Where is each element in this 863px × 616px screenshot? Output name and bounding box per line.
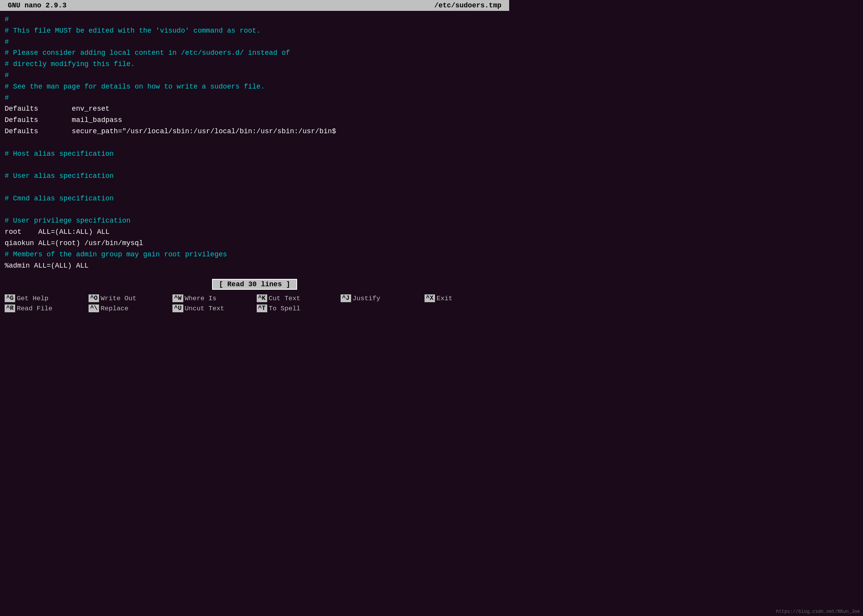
shortcut-key: ^\ <box>89 305 99 312</box>
editor-line: # Please consider adding local content i… <box>5 47 505 59</box>
shortcut-label: Get Help <box>17 295 49 302</box>
editor-line: # directly modifying this file. <box>5 59 505 70</box>
shortcut-item[interactable]: ^RRead File <box>3 304 86 313</box>
editor-line: # <box>5 14 505 25</box>
editor-line: # See the man page for details on how to… <box>5 81 505 92</box>
shortcut-key: ^X <box>425 294 435 302</box>
app-name: GNU nano 2.9.3 <box>8 2 66 9</box>
editor-line: qiaokun ALL=(root) /usr/bin/mysql <box>5 238 505 249</box>
editor-area[interactable]: ## This file MUST be edited with the 'vi… <box>0 11 509 274</box>
shortcut-item[interactable]: ^WWhere Is <box>171 294 254 303</box>
shortcut-item[interactable]: ^UUncut Text <box>171 304 254 313</box>
status-bar: [ Read 30 lines ] <box>0 277 509 291</box>
shortcut-label: Uncut Text <box>185 305 224 312</box>
editor-line: # <box>5 70 505 81</box>
shortcut-label: Cut Text <box>269 295 301 302</box>
shortcut-label: To Spell <box>269 305 301 312</box>
editor-line <box>5 182 505 193</box>
editor-line: # User alias specification <box>5 171 505 182</box>
shortcut-label: Write Out <box>101 295 136 302</box>
editor-line: # User privilege specification <box>5 215 505 226</box>
editor-line: %admin ALL=(ALL) ALL <box>5 260 505 271</box>
shortcut-item[interactable]: ^KCut Text <box>255 294 338 303</box>
shortcut-label: Replace <box>101 305 128 312</box>
shortcuts-bar: ^GGet Help^OWrite Out^WWhere Is^KCut Tex… <box>0 292 509 315</box>
shortcut-item[interactable]: ^\Replace <box>87 304 170 313</box>
filename: /etc/sudoers.tmp <box>434 2 501 9</box>
editor-line: # <box>5 92 505 104</box>
shortcut-key: ^R <box>5 305 15 312</box>
shortcut-label: Justify <box>353 295 380 302</box>
shortcut-key: ^T <box>257 305 267 312</box>
editor-line: # This file MUST be edited with the 'vis… <box>5 25 505 37</box>
shortcut-key: ^G <box>5 294 15 302</box>
shortcut-key: ^W <box>172 294 183 302</box>
shortcut-key: ^K <box>257 294 267 302</box>
shortcut-item[interactable]: ^GGet Help <box>3 294 86 303</box>
shortcut-key: ^U <box>172 305 183 312</box>
editor-line: Defaults mail_badpass <box>5 115 505 126</box>
editor-line: # Members of the admin group may gain ro… <box>5 249 505 260</box>
shortcut-item[interactable]: ^OWrite Out <box>87 294 170 303</box>
editor-line <box>5 204 505 216</box>
editor-line: Defaults secure_path="/usr/local/sbin:/u… <box>5 126 505 137</box>
editor-line <box>5 159 505 171</box>
editor-line: # Cmnd alias specification <box>5 193 505 204</box>
shortcut-item[interactable]: ^XExit <box>423 294 506 303</box>
status-message: [ Read 30 lines ] <box>212 279 298 290</box>
editor-line: Defaults env_reset <box>5 103 505 115</box>
editor-line <box>5 137 505 148</box>
editor-line: root ALL=(ALL:ALL) ALL <box>5 226 505 238</box>
shortcut-item[interactable]: ^JJustify <box>339 294 422 303</box>
editor-line: # <box>5 37 505 48</box>
shortcut-label: Exit <box>437 295 452 302</box>
shortcut-item[interactable]: ^TTo Spell <box>255 304 338 313</box>
shortcut-label: Read File <box>17 305 52 312</box>
editor-line: # Host alias specification <box>5 148 505 160</box>
shortcut-label: Where Is <box>185 295 217 302</box>
title-bar: GNU nano 2.9.3 /etc/sudoers.tmp <box>0 0 509 11</box>
shortcut-key: ^O <box>89 294 99 302</box>
shortcut-key: ^J <box>341 294 351 302</box>
